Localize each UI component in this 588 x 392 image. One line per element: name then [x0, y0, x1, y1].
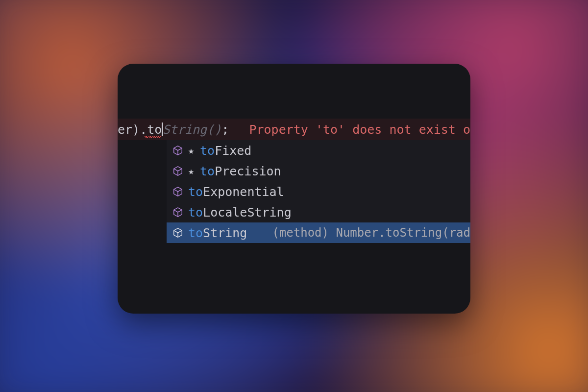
method-icon [172, 227, 183, 238]
autocomplete-label: toFixed [200, 144, 251, 158]
method-icon [172, 186, 183, 197]
autocomplete-label: toLocaleString [188, 205, 292, 220]
star-icon: ★ [188, 165, 194, 177]
code-area[interactable]: er).toString(); Property 'to' does not e… [118, 119, 470, 140]
autocomplete-item[interactable]: ★toFixed [167, 140, 470, 161]
code-line[interactable]: er).toString(); Property 'to' does not e… [118, 119, 470, 140]
method-icon [172, 145, 183, 156]
autocomplete-detail: (method) Number.toString(rad [272, 226, 470, 240]
method-icon [172, 207, 183, 218]
code-typed: to [147, 122, 162, 137]
autocomplete-popup[interactable]: ★toFixed★toPrecisiontoExponentialtoLocal… [167, 140, 470, 243]
autocomplete-item[interactable]: toLocaleString [167, 202, 470, 222]
code-dot: . [140, 122, 147, 137]
autocomplete-label: toString [188, 226, 247, 240]
editor-window: er).toString(); Property 'to' does not e… [118, 64, 470, 314]
autocomplete-item[interactable]: ★toPrecision [167, 161, 470, 181]
method-icon [172, 166, 183, 176]
inline-error-message: Property 'to' does not exist o [249, 122, 470, 137]
autocomplete-label: toExponential [188, 185, 284, 199]
error-squiggle [145, 136, 161, 138]
autocomplete-label: toPrecision [200, 164, 281, 178]
code-ghost-suggestion: String() [163, 122, 221, 137]
code-semicolon: ; [221, 122, 229, 137]
autocomplete-item[interactable]: toExponential [167, 181, 470, 202]
autocomplete-item[interactable]: toString(method) Number.toString(rad [167, 222, 470, 243]
star-icon: ★ [188, 145, 194, 156]
code-prefix: er) [118, 122, 140, 137]
